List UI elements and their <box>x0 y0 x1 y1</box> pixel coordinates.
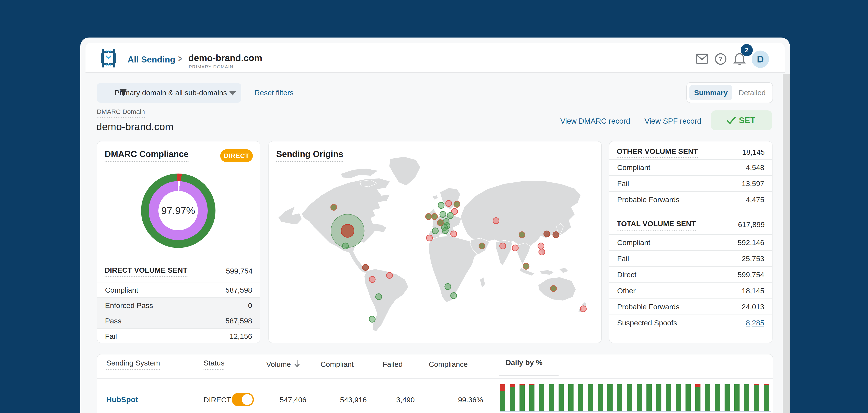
origin-dot-green[interactable] <box>432 228 438 234</box>
mail-icon[interactable] <box>696 53 708 64</box>
origin-dot-pink[interactable] <box>538 243 544 249</box>
daily-bar[interactable] <box>724 384 730 411</box>
origin-dot-darkred[interactable] <box>362 264 369 271</box>
origin-dot-pink[interactable] <box>369 276 375 282</box>
daily-bar[interactable] <box>539 384 544 411</box>
tab-summary[interactable]: Summary <box>689 85 733 100</box>
daily-bar[interactable] <box>734 384 740 411</box>
origin-dot-olive[interactable] <box>437 220 443 226</box>
daily-bar-pass-segment <box>568 384 574 411</box>
table-row-system-link[interactable]: HubSpot <box>106 395 138 404</box>
daily-bar-pass-segment <box>598 384 603 411</box>
svg-text:?: ? <box>719 55 723 62</box>
reset-filters-link[interactable]: Reset filters <box>254 89 293 97</box>
table-header-divider <box>97 378 773 379</box>
origin-dot-pink[interactable] <box>512 245 518 251</box>
daily-bar[interactable] <box>695 384 701 411</box>
origin-dot-green[interactable] <box>451 293 457 299</box>
daily-bar[interactable] <box>568 384 574 411</box>
sort-desc-icon[interactable] <box>293 359 301 368</box>
origin-dot-olive[interactable] <box>331 204 337 211</box>
breadcrumb-chevron-icon: > <box>178 53 182 64</box>
daily-bar-pass-segment <box>734 384 740 411</box>
daily-bar[interactable] <box>676 384 681 411</box>
daily-bar[interactable] <box>754 384 759 411</box>
tab-detailed[interactable]: Detailed <box>735 85 770 100</box>
vertical-scrollbar[interactable] <box>783 74 790 413</box>
origin-dot-darkred[interactable] <box>544 231 550 237</box>
daily-bar[interactable] <box>715 384 720 411</box>
origin-dot-olive[interactable] <box>454 201 460 208</box>
origin-dot-green[interactable] <box>342 243 348 249</box>
daily-bar[interactable] <box>617 384 622 411</box>
daily-bar[interactable] <box>510 384 515 411</box>
origin-dot-green[interactable] <box>445 284 451 290</box>
help-icon[interactable]: ? <box>715 53 727 65</box>
status-toggle[interactable] <box>232 393 254 406</box>
daily-bar-fail-segment <box>500 384 505 391</box>
view-spf-record-link[interactable]: View SPF record <box>645 117 701 125</box>
total-volume-row-value[interactable]: 8,285 <box>746 319 764 327</box>
compliance-row: Compliant587,598 <box>97 282 260 297</box>
total-volume-row: Fail25,753 <box>609 250 772 266</box>
daily-bar[interactable] <box>559 384 564 411</box>
origin-dot-darkred[interactable] <box>553 232 559 238</box>
total-volume-row-value: 25,753 <box>742 254 764 263</box>
daily-bar[interactable] <box>666 384 671 411</box>
origin-dot-green[interactable] <box>376 294 382 300</box>
daily-bar[interactable] <box>656 384 661 411</box>
origin-dot-pink[interactable] <box>426 235 432 241</box>
daily-bar[interactable] <box>578 384 583 411</box>
daily-bar[interactable] <box>646 384 652 411</box>
daily-bar-pass-segment <box>500 391 505 411</box>
origin-dot-green[interactable] <box>369 316 375 322</box>
daily-bar[interactable] <box>549 384 554 411</box>
origin-dot-green[interactable] <box>438 202 444 209</box>
origin-dot-olive[interactable] <box>551 285 557 291</box>
origin-dot-olive[interactable] <box>519 232 525 238</box>
origin-dot-pink[interactable] <box>386 272 393 278</box>
view-dmarc-record-link[interactable]: View DMARC record <box>560 117 630 125</box>
daily-bar-pass-segment <box>754 385 759 411</box>
daily-bar[interactable] <box>598 384 603 411</box>
origin-dot-green[interactable] <box>442 227 448 233</box>
daily-bar[interactable] <box>500 384 505 411</box>
daily-bar[interactable] <box>744 384 749 411</box>
avatar[interactable]: D <box>752 51 769 68</box>
origin-dot-pink[interactable] <box>580 306 586 312</box>
daily-bar[interactable] <box>588 384 593 411</box>
daily-bar[interactable] <box>608 384 613 411</box>
table-row-failed: 3,490 <box>396 395 415 404</box>
daily-bars-baseline[interactable] <box>500 411 771 412</box>
daily-bar[interactable] <box>764 384 769 411</box>
origin-dot-olive[interactable] <box>479 243 485 249</box>
daily-bar[interactable] <box>637 384 642 411</box>
daily-bar[interactable] <box>685 384 691 411</box>
dmarc-set-button[interactable]: SET <box>711 110 772 130</box>
origin-dot-olive[interactable] <box>523 263 529 269</box>
origin-dot-green[interactable] <box>447 213 453 219</box>
compliance-row-label: Compliant <box>105 286 138 294</box>
origin-dot-green[interactable] <box>440 212 446 218</box>
origin-dot-pink[interactable] <box>446 200 452 206</box>
us-fail-dot[interactable] <box>341 224 354 237</box>
dmarcian-logo[interactable] <box>98 49 119 67</box>
daily-bar[interactable] <box>529 384 534 411</box>
daily-bar[interactable] <box>627 384 632 411</box>
origin-dot-pink[interactable] <box>500 243 506 249</box>
total-volume-row: Direct599,754 <box>609 266 772 282</box>
origin-dot-pink[interactable] <box>451 231 457 237</box>
table-row-status: DIRECT <box>204 395 231 404</box>
daily-bar[interactable] <box>705 384 710 411</box>
origin-dot-pink[interactable] <box>493 218 499 224</box>
origin-dot-pink[interactable] <box>539 249 545 255</box>
chevron-down-icon[interactable] <box>229 91 236 95</box>
compliance-row-label: Enforced Pass <box>105 301 153 310</box>
breadcrumb-all-sending[interactable]: All Sending <box>128 55 175 64</box>
total-volume-value: 617,899 <box>738 220 765 229</box>
origin-dot-olive[interactable] <box>431 214 437 220</box>
daily-bar-fail-segment <box>510 384 515 387</box>
daily-bar[interactable] <box>520 384 525 411</box>
world-map[interactable] <box>269 141 601 343</box>
origin-dot-olive[interactable] <box>426 214 432 220</box>
